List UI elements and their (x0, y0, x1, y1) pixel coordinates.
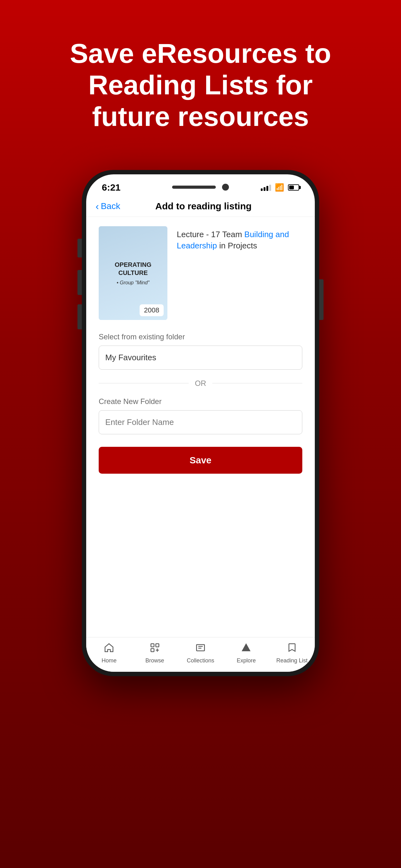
svg-rect-1 (156, 644, 159, 647)
phone-screen: 6:21 📶 ‹ Back (86, 174, 315, 672)
reading-list-icon (287, 642, 297, 655)
signal-bar-3 (266, 186, 268, 191)
back-chevron-icon: ‹ (96, 200, 99, 212)
svg-rect-3 (196, 645, 205, 651)
notch (172, 184, 229, 191)
save-button[interactable]: Save (99, 447, 302, 474)
status-time: 6:21 (102, 182, 121, 193)
book-cover-subtitle: • Group "Mind" (105, 280, 161, 286)
navigation-bar: ‹ Back Add to reading listing (86, 196, 315, 217)
book-cover-image: OPERATING CULTURE • Group "Mind" 2008 (99, 226, 167, 320)
or-divider: OR (99, 379, 302, 388)
tab-browse-label: Browse (145, 657, 164, 664)
svg-rect-2 (151, 649, 154, 652)
svg-marker-4 (242, 643, 250, 651)
book-title: Lecture - 17 Team Building and Leadershi… (177, 229, 302, 251)
form-section: Select from existing folder My Favourite… (99, 333, 302, 480)
folder-select[interactable]: My Favourites (99, 346, 302, 370)
svg-rect-0 (151, 644, 154, 647)
content-area: OPERATING CULTURE • Group "Mind" 2008 Le… (86, 217, 315, 637)
book-card: OPERATING CULTURE • Group "Mind" 2008 Le… (99, 226, 302, 320)
phone-mockup: 6:21 📶 ‹ Back (82, 170, 319, 676)
book-year-badge: 2008 (140, 304, 164, 316)
page-title: Add to reading listing (120, 201, 287, 212)
notch-bar (172, 186, 216, 189)
notch-dot (222, 184, 229, 191)
home-icon (104, 642, 114, 655)
select-folder-label: Select from existing folder (99, 333, 302, 341)
book-title-prefix: Lecture - 17 Team (177, 230, 244, 239)
tab-explore-label: Explore (237, 657, 256, 664)
silent-switch (77, 304, 82, 329)
tab-explore[interactable]: Explore (223, 642, 269, 664)
tab-bar: Home Browse (86, 637, 315, 672)
new-folder-label: Create New Folder (99, 397, 302, 406)
tab-reading-list-label: Reading List (276, 657, 308, 664)
tab-collections-label: Collections (187, 657, 214, 664)
battery-icon (288, 184, 299, 191)
book-title-suffix: in Projects (217, 241, 257, 250)
signal-icon (261, 184, 271, 191)
or-text: OR (195, 379, 206, 388)
battery-fill (289, 186, 294, 189)
tab-home[interactable]: Home (86, 642, 132, 664)
signal-bar-1 (261, 188, 263, 191)
browse-icon (149, 642, 160, 655)
or-line-left (99, 383, 189, 384)
back-button[interactable]: ‹ Back (96, 200, 120, 212)
folder-name-input[interactable] (99, 410, 302, 434)
signal-bar-2 (264, 187, 265, 191)
tab-home-label: Home (101, 657, 116, 664)
book-info: Lecture - 17 Team Building and Leadershi… (177, 226, 302, 320)
or-line-right (212, 383, 302, 384)
volume-up-button (77, 239, 82, 257)
volume-down-button (77, 270, 82, 295)
back-label[interactable]: Back (101, 201, 120, 211)
hero-title: Save eResources to Reading Lists for fut… (29, 37, 372, 132)
tab-collections[interactable]: Collections (178, 642, 223, 664)
explore-icon (241, 642, 252, 655)
tab-reading-list[interactable]: Reading List (269, 642, 315, 664)
tab-browse[interactable]: Browse (132, 642, 177, 664)
wifi-icon: 📶 (275, 183, 284, 192)
signal-bar-4 (269, 185, 271, 191)
collections-icon (195, 642, 206, 655)
book-cover-title: OPERATING CULTURE (105, 260, 161, 277)
status-icons: 📶 (261, 183, 299, 192)
power-button (319, 279, 324, 320)
